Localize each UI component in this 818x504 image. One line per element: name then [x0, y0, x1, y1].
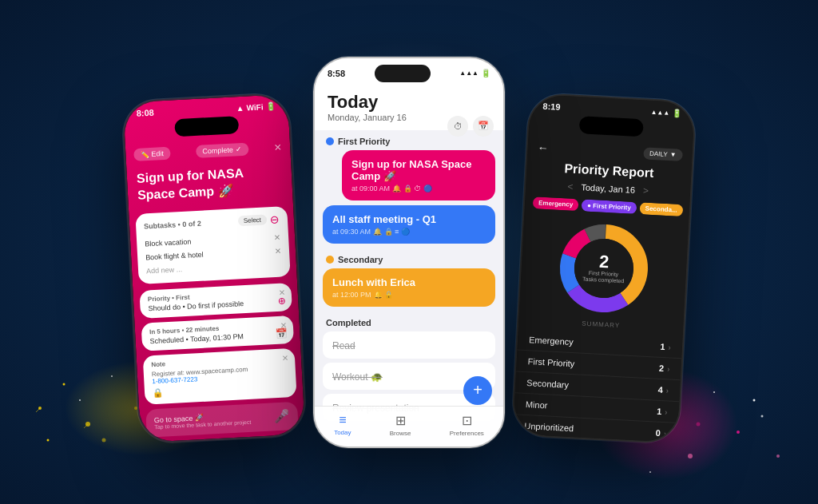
priority-pills: Emergency ● First Priority Seconda... — [525, 196, 690, 216]
tab-bar: ≡ Today ⊞ Browse ⊡ Preferences — [315, 406, 503, 446]
back-button[interactable]: ← — [537, 141, 549, 154]
svg-point-18 — [776, 454, 780, 458]
edit-button[interactable]: ✏️ Edit — [133, 146, 170, 161]
svg-point-19 — [649, 471, 651, 473]
section-completed: Completed — [315, 312, 503, 331]
priority-row: ✕ Priority • First Should do • Do first … — [139, 282, 292, 318]
pill-first-priority[interactable]: ● First Priority — [582, 199, 637, 214]
phone-right: 8:19 ▲▲▲ 🔋 ← DAILY ▼ Priority Report < — [511, 92, 697, 443]
svg-point-8 — [102, 439, 106, 442]
svg-point-17 — [761, 415, 764, 418]
svg-point-1 — [63, 383, 66, 386]
phone-left: 8:08 ▲ WiFi 🔋 ✏️ Edit Complete ✓ — [121, 92, 307, 443]
select-button[interactable]: Select — [237, 214, 267, 226]
calendar-icon-btn[interactable]: 📅 — [473, 116, 494, 137]
completed-item-read: Read — [323, 331, 495, 359]
svg-line-11 — [84, 424, 88, 428]
svg-point-15 — [713, 391, 715, 393]
svg-line-10 — [36, 408, 40, 412]
section-secondary: Secondary — [315, 248, 503, 268]
date-next[interactable]: > — [643, 185, 649, 196]
svg-point-7 — [79, 399, 81, 401]
dynamic-island-right — [579, 116, 644, 137]
task-card-lunch[interactable]: Lunch with Erica at 12:00 PM 🔔 🔒 — [323, 268, 495, 307]
svg-point-3 — [111, 375, 113, 377]
tab-preferences[interactable]: ⊡ Preferences — [450, 413, 484, 437]
go-to-button[interactable]: Go to... — [254, 379, 288, 391]
complete-button[interactable]: Complete ✓ — [196, 142, 248, 157]
svg-point-6 — [47, 439, 50, 442]
date-prev[interactable]: < — [567, 181, 574, 192]
date-display: Today, Jan 16 — [581, 182, 635, 195]
dynamic-island-left — [174, 116, 239, 137]
task-title-lunch: Lunch with Erica — [332, 276, 486, 288]
page-title-center: Today — [328, 92, 490, 113]
pill-emergency[interactable]: Emergency — [533, 196, 579, 211]
donut-chart: 2 First PriorityTasks completed — [554, 217, 654, 318]
task-title-nasa: Sign up for NASA Space Camp 🚀 — [351, 158, 486, 182]
status-time-left: 8:08 — [136, 107, 154, 117]
svg-point-20 — [697, 423, 701, 427]
subtasks-label: Subtasks • 0 of 2 — [144, 219, 201, 230]
svg-point-16 — [737, 431, 740, 434]
daily-button[interactable]: DAILY ▼ — [643, 146, 683, 161]
svg-point-0 — [38, 407, 42, 410]
go-to-space-bar[interactable]: Go to space 🚀 Tap to move the task to an… — [145, 401, 299, 437]
task-card-meeting[interactable]: All staff meeting - Q1 at 09:30 AM 🔔 🔒 ≡… — [323, 205, 495, 244]
close-button[interactable]: ✕ — [274, 141, 283, 153]
subtasks-section: Subtasks • 0 of 2 Select ⊖ Block vacatio… — [135, 205, 290, 284]
note-section: ✕ Note Register at: www.spacecamp.com 1-… — [143, 347, 297, 404]
add-task-button[interactable]: + — [463, 376, 492, 405]
svg-point-2 — [85, 422, 90, 427]
phones-container: 8:08 ▲ WiFi 🔋 ✏️ Edit Complete ✓ — [129, 57, 689, 448]
tab-browse[interactable]: ⊞ Browse — [390, 413, 411, 437]
status-time-center: 8:58 — [328, 69, 345, 78]
phone-center: 8:58 ▲▲▲ 🔋 Today Monday, January 16 ⏱ 📅 — [313, 57, 505, 448]
timer-icon-btn[interactable]: ⏱ — [447, 116, 468, 137]
svg-point-21 — [753, 399, 756, 402]
svg-point-14 — [688, 454, 693, 458]
task-card-nasa[interactable]: Sign up for NASA Space Camp 🚀 at 09:00 A… — [342, 150, 495, 200]
pill-secondary[interactable]: Seconda... — [639, 202, 683, 216]
tab-today[interactable]: ≡ Today — [334, 413, 351, 437]
status-time-right: 8:19 — [542, 101, 561, 111]
donut-number: 2 — [599, 252, 610, 271]
task-title-left: Sign up for NASA Space Camp 🚀 — [126, 159, 293, 213]
donut-label: First PriorityTasks completed — [582, 269, 625, 284]
task-title-meeting: All staff meeting - Q1 — [332, 213, 486, 225]
status-bar-center: 8:58 ▲▲▲ 🔋 — [315, 58, 503, 85]
schedule-row: ✕ In 5 hours • 22 minutes Scheduled • To… — [141, 315, 295, 351]
